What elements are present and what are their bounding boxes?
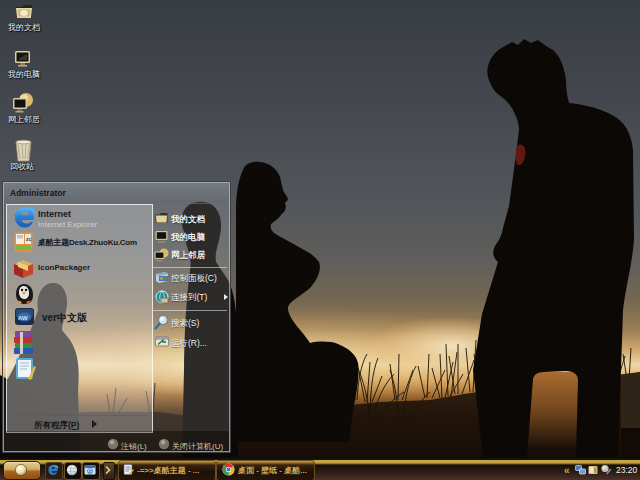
svg-text:AW: AW [18,315,28,321]
svg-text:zc: zc [26,236,32,242]
